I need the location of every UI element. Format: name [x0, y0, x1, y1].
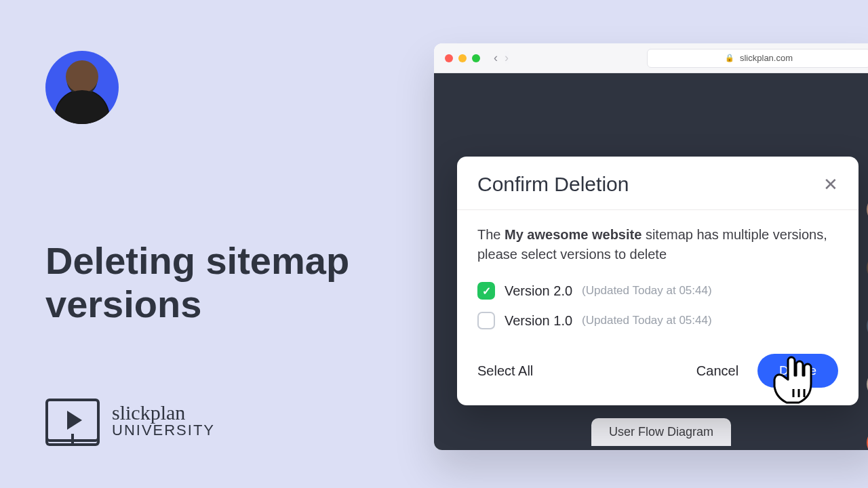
brand-caps: UNIVERSITY: [112, 423, 215, 438]
nav-forward-icon[interactable]: ›: [505, 51, 509, 65]
book-play-icon: [45, 399, 100, 442]
version-row[interactable]: Version 1.0(Updated Today at 05:44): [477, 312, 838, 329]
presenter-avatar: [45, 51, 119, 124]
url-text: slickplan.com: [740, 53, 793, 63]
browser-chrome: ‹ › 🔒 slickplan.com: [434, 43, 868, 73]
version-checkbox[interactable]: [477, 312, 495, 329]
window-close-icon[interactable]: [445, 54, 453, 62]
brand-script: slickplan: [112, 403, 215, 423]
close-icon[interactable]: ✕: [823, 174, 838, 195]
window-minimize-icon[interactable]: [458, 54, 467, 62]
lock-icon: 🔒: [725, 54, 734, 62]
version-meta: (Updated Today at 05:44): [582, 314, 712, 327]
address-bar[interactable]: 🔒 slickplan.com: [647, 49, 868, 68]
cancel-button[interactable]: Cancel: [696, 363, 738, 379]
version-meta: (Updated Today at 05:44): [582, 284, 712, 298]
version-checkbox[interactable]: [477, 282, 495, 300]
modal-title: Confirm Deletion: [477, 173, 629, 196]
app-background: User Flow Diagram Confirm Deletion ✕ The…: [434, 73, 868, 450]
version-name: Version 1.0: [505, 313, 572, 329]
brand-logo: slickplan UNIVERSITY: [45, 399, 215, 442]
select-all-button[interactable]: Select All: [477, 363, 533, 379]
delete-button[interactable]: Delete: [757, 354, 838, 388]
project-card[interactable]: User Flow Diagram: [591, 418, 731, 446]
version-row[interactable]: Version 2.0(Updated Today at 05:44): [477, 282, 838, 300]
nav-back-icon[interactable]: ‹: [494, 51, 498, 65]
modal-message: The My awesome website sitemap has multi…: [477, 225, 838, 264]
confirm-deletion-modal: Confirm Deletion ✕ The My awesome websit…: [457, 157, 859, 405]
window-zoom-icon[interactable]: [472, 54, 480, 62]
page-title: Deleting sitemap versions: [45, 239, 405, 327]
browser-window: ‹ › 🔒 slickplan.com User Flow Diagram Co…: [434, 43, 868, 450]
version-name: Version 2.0: [505, 283, 572, 299]
